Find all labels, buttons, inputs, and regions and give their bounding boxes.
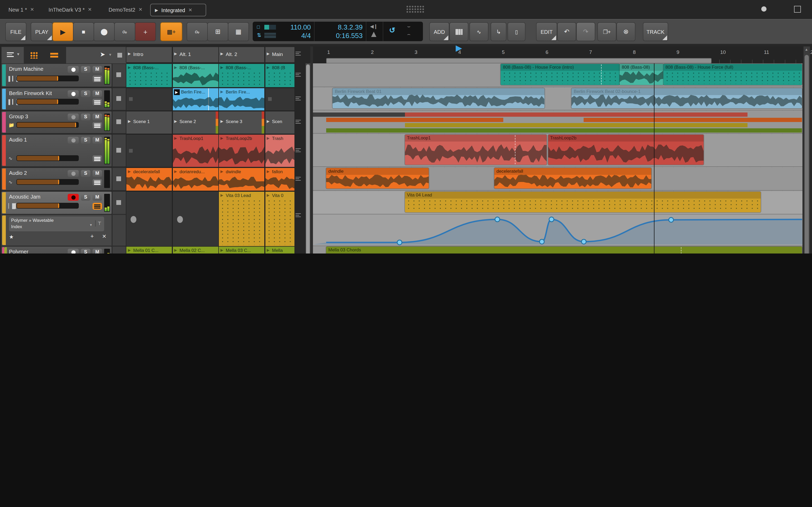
record-arm-button[interactable] <box>68 114 79 120</box>
clip-play-icon[interactable]: ▶ <box>267 248 270 252</box>
edit-menu-button[interactable]: EDIT <box>536 22 557 41</box>
volume-fader[interactable] <box>16 203 79 209</box>
clip-slot-empty[interactable] <box>265 88 295 111</box>
launcher-overdub-button[interactable]: ⊞ <box>207 22 229 41</box>
clip-stop-button[interactable] <box>116 176 121 181</box>
automation-write-button[interactable]: oₑ <box>114 22 135 41</box>
stop-button[interactable]: ■ <box>73 22 94 41</box>
clip-play-icon[interactable]: ▶ <box>267 170 270 174</box>
tab-close-icon[interactable]: ✕ <box>88 7 92 12</box>
clip-cell[interactable]: ▶Mella 03 C... <box>218 246 265 253</box>
position-time[interactable]: 0:16.553 <box>320 32 363 40</box>
clip-play-icon[interactable]: ▶ <box>174 136 177 140</box>
track-name[interactable]: Audio 1 <box>9 137 27 143</box>
solo-button[interactable]: S <box>81 114 90 120</box>
track-menu-button[interactable] <box>93 203 102 210</box>
clip-cell[interactable]: ▶808 (Bass-... <box>172 63 218 88</box>
automation-add-icon[interactable]: + <box>90 233 94 239</box>
clip-play-icon[interactable]: ▶ <box>220 65 223 70</box>
solo-button[interactable]: S <box>81 66 90 73</box>
metronome-icon[interactable] <box>371 32 376 37</box>
mute-button[interactable]: M <box>93 114 102 120</box>
launcher-automation-write-button[interactable]: oₑ <box>187 22 208 41</box>
project-tab[interactable]: InTheDark V3 *✕ <box>44 4 105 15</box>
fill-mode-button[interactable]: ▦ <box>228 22 249 41</box>
loop-region-bar[interactable] <box>326 58 712 63</box>
track-menu-button[interactable] <box>93 155 102 162</box>
undo-button[interactable]: ↶ <box>557 22 576 41</box>
automation-follow-icon[interactable]: ⌣ <box>407 23 410 30</box>
record-arm-button[interactable] <box>68 137 79 144</box>
pointer-tool-icon[interactable]: ➤ <box>100 51 105 58</box>
clip-cell[interactable]: ▶dorianredu... <box>172 167 218 191</box>
track-list-menu-chevron[interactable]: ▼ <box>16 52 20 56</box>
group-scene-cell[interactable]: ▶Scene 3 <box>218 111 265 134</box>
tab-close-icon[interactable]: ✕ <box>188 7 192 13</box>
track-list-menu-icon[interactable] <box>7 51 14 57</box>
clip-stop-button[interactable] <box>116 96 121 101</box>
track-name[interactable]: Acoustic Jam <box>9 194 41 200</box>
track-row[interactable]: Polymer▏█▏SM <box>1 246 112 253</box>
redo-button[interactable]: ↷ <box>576 22 595 41</box>
clip-stop-button[interactable] <box>116 72 121 77</box>
group-scene-cell[interactable]: ▶Scen <box>265 111 295 134</box>
clip-play-icon[interactable]: ▶ <box>128 65 131 70</box>
clip-play-icon[interactable]: ▶ <box>128 170 131 174</box>
add-button[interactable]: ADD <box>429 22 449 41</box>
clip-play-icon[interactable]: ▶ <box>174 65 177 70</box>
record-button[interactable]: ⬤ <box>94 22 115 41</box>
automation-touch-icon[interactable]: ⌢ <box>407 31 410 38</box>
tab-close-icon[interactable]: ✕ <box>139 7 143 12</box>
scene-header[interactable]: ▶Alt. 2 <box>218 47 265 63</box>
clip-cell[interactable]: ▶808 (B <box>265 63 295 88</box>
clip-cell[interactable]: ▶Mella 01 C... <box>126 246 172 253</box>
clip-play-icon[interactable]: ▶ <box>174 248 177 252</box>
track-name[interactable]: Berlin Firework Kit <box>9 90 52 96</box>
file-button[interactable]: FILE <box>5 22 27 41</box>
clip-play-icon[interactable]: ▶ <box>220 90 223 94</box>
play-button[interactable]: ▶ <box>52 22 73 41</box>
track-row[interactable]: Audio 2∿SM <box>1 167 112 191</box>
tempo-value[interactable]: 110.00 <box>280 23 311 31</box>
clip-play-icon[interactable]: ▶ <box>267 65 270 70</box>
group-scene-cell[interactable]: ▶Scene 1 <box>126 111 172 134</box>
track-name[interactable]: Group 3 <box>9 114 28 119</box>
clip-cell[interactable]: ▶Berlin Fire... <box>218 88 265 111</box>
clip-cell[interactable]: ▶Vita 0 <box>265 191 295 247</box>
project-tab[interactable]: ▶Integrated✕ <box>150 4 206 16</box>
pin-icon[interactable]: ⊤ <box>95 220 101 227</box>
stop-all-clips-button[interactable] <box>117 53 122 58</box>
clip-cell[interactable]: ▶TrashLoop2b <box>218 134 265 167</box>
group-scene-cell[interactable]: ▶Scene 2 <box>172 111 218 134</box>
window-restore-button[interactable] <box>794 6 801 13</box>
scene-list-menu-icon[interactable] <box>296 51 301 56</box>
record-arm-button[interactable] <box>68 66 79 73</box>
clip-play-icon[interactable]: ▶ <box>220 170 223 174</box>
row-menu-icon[interactable] <box>296 176 301 181</box>
clip-slot-record[interactable] <box>172 191 218 247</box>
track-menu-button[interactable] <box>93 122 102 129</box>
track-row[interactable]: Audio 1∿SM <box>1 134 112 167</box>
automation-curve[interactable] <box>313 63 803 253</box>
grid-view-icon[interactable] <box>30 52 38 59</box>
clip-launcher-overdub-button[interactable]: ▩+ <box>160 22 183 41</box>
record-arm-button[interactable] <box>68 90 79 97</box>
loop-icon[interactable]: ↺ <box>389 26 395 34</box>
automation-close-icon[interactable]: ✕ <box>102 233 106 239</box>
volume-fader[interactable] <box>16 179 79 185</box>
solo-button[interactable]: S <box>81 90 90 97</box>
volume-fader[interactable] <box>16 155 79 161</box>
clip-cell[interactable]: ▶dwindle <box>218 167 265 191</box>
clip-cell[interactable]: ▶Berlin Fire... <box>172 88 218 111</box>
track-row[interactable]: Acoustic Jam▏█▏SM <box>1 191 112 214</box>
row-menu-icon[interactable] <box>296 147 301 153</box>
clip-cell[interactable]: ▶Mella 02 C... <box>172 246 218 253</box>
arranger-timeline[interactable]: 808 (Bass-08) - House Force (intro) 808 … <box>313 63 803 253</box>
track-name[interactable]: Polymer <box>9 249 28 253</box>
duplicate-button[interactable]: ❐+ <box>597 22 616 41</box>
add-audio-track-button[interactable]: ∿ <box>469 22 489 41</box>
clip-slot-empty[interactable] <box>126 134 172 167</box>
clip-stop-button[interactable] <box>116 119 121 124</box>
mute-button[interactable]: M <box>93 170 102 177</box>
clip-cell[interactable]: ▶Vita 03 Lead <box>218 191 265 247</box>
